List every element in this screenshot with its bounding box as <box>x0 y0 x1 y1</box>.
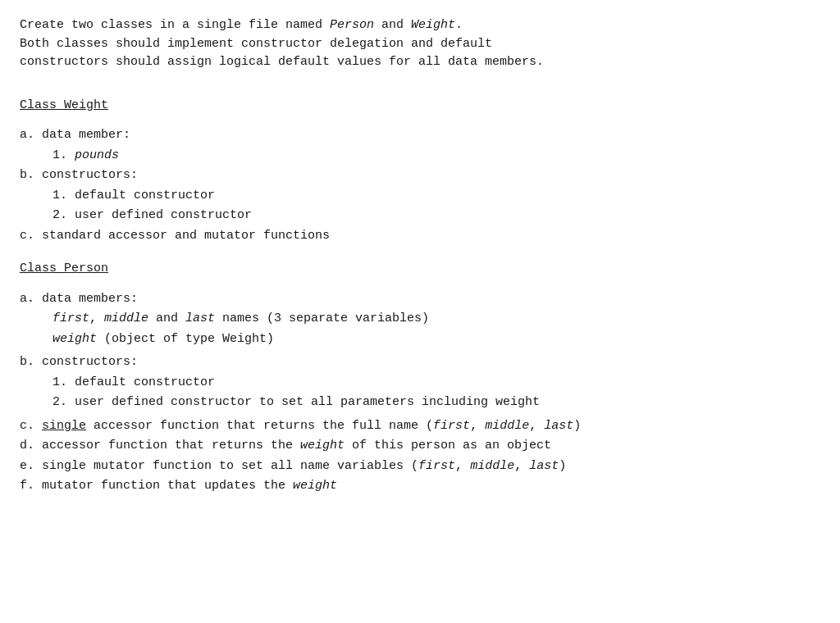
person-e-comma1: , <box>455 459 470 473</box>
class-person-heading: Class Person <box>20 260 820 279</box>
person-c-underline: single <box>42 419 86 433</box>
weight-a-label: a. data member: <box>20 128 130 142</box>
weight-a1-value: pounds <box>75 148 119 162</box>
person-a-middle: middle <box>104 312 148 325</box>
person-e-comma2: , <box>514 459 529 473</box>
person-f-pre: f. mutator function that updates the <box>20 479 293 493</box>
person-a-label: a. data members: <box>20 292 138 306</box>
person-item-b1: 1. default constructor <box>52 374 820 393</box>
person-c-pre: c. <box>20 419 42 433</box>
weight-item-a1: 1. pounds <box>52 147 820 166</box>
weight-item-a: a. data member: <box>20 126 820 145</box>
weight-b-label: b. constructors: <box>20 168 138 182</box>
class-person-heading-text: Class Person <box>20 261 108 275</box>
intro-line1-end: . <box>455 18 463 32</box>
person-d-weight: weight <box>300 439 345 452</box>
person-item-c: c. single accessor function that returns… <box>20 417 820 436</box>
person-a-first: first <box>52 312 89 325</box>
person-e-last: last <box>529 459 559 473</box>
person-item-d: d. accessor function that returns the we… <box>20 437 820 456</box>
intro-line1-mid: and <box>374 18 411 32</box>
person-c-comma2: , <box>529 419 544 433</box>
person-e-middle: middle <box>470 459 514 473</box>
person-c-first: first <box>433 419 470 433</box>
person-a-line1: first, middle and last names (3 separate… <box>52 310 820 329</box>
weight-c-label: c. standard accessor and mutator functio… <box>20 229 330 243</box>
person-c-mid: accessor function that returns the full … <box>86 419 433 433</box>
weight-item-b1: 1. default constructor <box>52 187 820 206</box>
intro-line1-pre: Create two classes in a single file name… <box>20 18 330 32</box>
person-a-weight: weight <box>52 332 97 346</box>
person-a-line2: weight (object of type Weight) <box>52 330 820 349</box>
person-a-last: last <box>185 312 215 325</box>
person-f-weight: weight <box>293 479 337 493</box>
intro-line3: constructors should assign logical defau… <box>20 55 544 69</box>
person-b1-text: 1. default constructor <box>52 375 215 389</box>
person-item-e: e. single mutator function to set all na… <box>20 457 820 476</box>
person-a-end: names (3 separate variables) <box>215 312 429 325</box>
person-d-pre: d. accessor function that returns the <box>20 439 300 452</box>
weight-item-c: c. standard accessor and mutator functio… <box>20 227 820 246</box>
person-e-first: first <box>418 459 455 473</box>
intro-class1: Person <box>330 18 374 32</box>
person-e-pre: e. single mutator function to set all na… <box>20 459 418 473</box>
person-a-mid1: , <box>89 312 104 325</box>
person-c-comma1: , <box>470 419 485 433</box>
intro-paragraph: Create two classes in a single file name… <box>20 16 820 72</box>
person-a-mid2: and <box>148 312 185 325</box>
intro-line1: Create two classes in a single file name… <box>20 18 463 32</box>
person-c-end: ) <box>573 419 581 433</box>
person-b-label: b. constructors: <box>20 355 138 369</box>
weight-item-b2: 2. user defined constructor <box>52 207 820 225</box>
person-a-weight-end: (object of type Weight) <box>97 332 274 346</box>
weight-a1-label: 1. <box>52 148 75 162</box>
weight-b2-text: 2. user defined constructor <box>52 208 252 222</box>
person-b2-text: 2. user defined constructor to set all p… <box>52 395 540 409</box>
person-item-f: f. mutator function that updates the wei… <box>20 477 820 496</box>
person-e-end: ) <box>559 459 566 473</box>
person-c-middle: middle <box>485 419 529 433</box>
person-c-last: last <box>544 419 573 433</box>
intro-class2: Weight <box>411 18 455 32</box>
intro-line2: Both classes should implement constructo… <box>20 37 492 51</box>
class-weight-heading-text: Class Weight <box>20 98 108 112</box>
main-content: Create two classes in a single file name… <box>20 16 820 496</box>
class-weight-heading: Class Weight <box>20 97 820 116</box>
person-item-a: a. data members: <box>20 290 820 309</box>
person-d-end: of this person as an object <box>345 439 551 452</box>
weight-b1-text: 1. default constructor <box>52 189 215 202</box>
person-item-b2: 2. user defined constructor to set all p… <box>52 393 820 412</box>
weight-item-b: b. constructors: <box>20 166 820 185</box>
person-item-b: b. constructors: <box>20 353 820 372</box>
